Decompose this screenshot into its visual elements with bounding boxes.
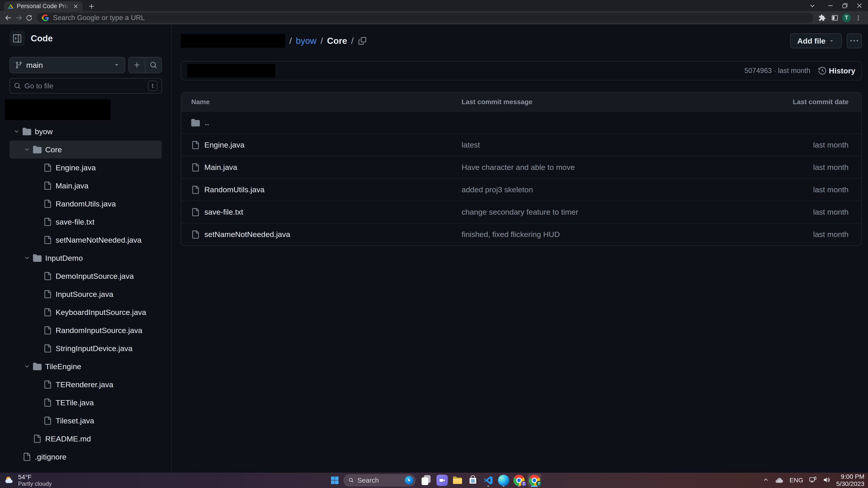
tree-item-stringinputdevice-java[interactable]: StringInputDevice.java	[9, 339, 162, 357]
taskbar-app-edge[interactable]	[497, 474, 510, 487]
back-icon[interactable]	[3, 13, 13, 23]
profile-avatar[interactable]: T	[842, 13, 851, 22]
taskbar-app-chat[interactable]	[435, 474, 449, 487]
tree-item-randomutils-java[interactable]: RandomUtils.java	[9, 195, 162, 213]
minimize-icon[interactable]	[823, 0, 838, 11]
go-to-file-input[interactable]: Go to file t	[9, 78, 162, 94]
taskbar-app-task-view[interactable]	[420, 474, 434, 487]
tree-item-randominputsource-java[interactable]: RandomInputSource.java	[9, 321, 162, 339]
tab-search-chevron-icon[interactable]	[805, 0, 819, 11]
branch-selector[interactable]: main	[9, 57, 125, 73]
files-sidebar: Code main	[0, 24, 172, 473]
tree-item-tileset-java[interactable]: Tileset.java	[9, 412, 162, 430]
browser-menu-kebab-icon[interactable]	[853, 13, 864, 23]
chevron-down-icon[interactable]	[13, 129, 23, 134]
file-name-link[interactable]: setNameNotNeeded.java	[204, 230, 290, 239]
history-button[interactable]: History	[818, 66, 855, 75]
file-name-link[interactable]: Engine.java	[204, 140, 245, 149]
tree-item-demoinputsource-java[interactable]: DemoInputSource.java	[9, 267, 162, 285]
taskbar-app-chrome-profile-2[interactable]: T	[528, 474, 541, 487]
taskbar-app-vscode[interactable]	[482, 474, 495, 487]
commit-message-link[interactable]: added proj3 skeleton	[462, 185, 717, 194]
table-row[interactable]: ..	[181, 111, 861, 133]
hidden-icons-chevron-icon[interactable]	[763, 477, 769, 484]
tree-item-setnamenotneeded-java[interactable]: setNameNotNeeded.java	[9, 231, 162, 249]
tree-item-engine-java[interactable]: Engine.java	[9, 159, 162, 177]
address-placeholder[interactable]: Search Google or type a URL	[53, 14, 145, 22]
search-icon	[348, 477, 354, 483]
more-options-kebab-icon[interactable]	[847, 33, 862, 48]
tree-item-core[interactable]: Core	[9, 140, 162, 159]
breadcrumb-parent-link[interactable]: byow	[296, 36, 316, 46]
new-file-plus-icon[interactable]	[129, 57, 145, 73]
collapse-sidebar-icon[interactable]	[9, 31, 25, 46]
commit-message-link[interactable]: latest	[462, 140, 717, 149]
tree-item-label: InputDemo	[45, 254, 83, 263]
tree-item--gitignore[interactable]: .gitignore	[9, 448, 162, 466]
file-icon	[43, 290, 56, 298]
tree-item-inputsource-java[interactable]: InputSource.java	[9, 285, 162, 303]
new-tab-button[interactable]	[87, 2, 96, 10]
extensions-puzzle-icon[interactable]	[817, 13, 827, 23]
chevron-down-icon[interactable]	[24, 147, 33, 153]
git-branch-icon	[15, 61, 23, 69]
chevron-down-icon[interactable]	[24, 255, 33, 261]
tree-item-tetile-java[interactable]: TETile.java	[9, 394, 162, 412]
browser-tab[interactable]: Personal Code Project - Google D	[4, 1, 83, 11]
weather-widget[interactable]: 54°F Partly cloudy	[4, 473, 52, 488]
taskbar-app-chrome-profile-1[interactable]: T	[512, 474, 526, 487]
bing-icon[interactable]	[405, 476, 413, 485]
commit-message-link[interactable]: Have character and able to move	[462, 163, 717, 172]
volume-icon[interactable]	[823, 476, 830, 485]
tree-item-inputdemo[interactable]: InputDemo	[9, 249, 162, 267]
file-name-link[interactable]: ..	[205, 118, 209, 127]
commit-message-link[interactable]: change secondary feature to timer	[462, 207, 717, 217]
tree-item-keyboardinputsource-java[interactable]: KeyboardInputSource.java	[9, 303, 162, 321]
file-name-link[interactable]: save-file.txt	[204, 207, 243, 217]
onedrive-icon[interactable]	[775, 477, 784, 484]
profile-badge: T	[521, 481, 527, 487]
tree-item-terenderer-java[interactable]: TERenderer.java	[9, 376, 162, 394]
commit-message-link[interactable]: finished, fixed flickering HUD	[462, 230, 717, 239]
folder-icon	[23, 127, 35, 136]
copy-path-icon[interactable]	[359, 37, 366, 45]
tree-item-readme-md[interactable]: README.md	[9, 430, 162, 448]
taskbar-search[interactable]: Search	[344, 475, 415, 486]
table-row[interactable]: RandomUtils.javaadded proj3 skeletonlast…	[181, 178, 861, 201]
side-panel-icon[interactable]	[830, 13, 840, 23]
weather-condition: Partly cloudy	[18, 481, 52, 487]
add-file-button[interactable]: Add file	[790, 33, 842, 48]
tree-item-main-java[interactable]: Main.java	[9, 177, 162, 195]
branch-name: main	[26, 61, 43, 70]
folder-icon	[33, 254, 45, 262]
table-row[interactable]: Engine.javalatestlast month	[181, 133, 861, 156]
file-name-link[interactable]: RandomUtils.java	[204, 185, 265, 194]
commit-meta[interactable]: 5074963 · last month	[745, 67, 810, 75]
table-row[interactable]: setNameNotNeeded.javafinished, fixed fli…	[181, 223, 861, 246]
tab-close-icon[interactable]	[72, 3, 79, 10]
taskbar-app-file-explorer[interactable]	[451, 474, 464, 487]
tree-item-byow[interactable]: byow	[9, 123, 162, 140]
close-window-icon[interactable]	[852, 0, 867, 11]
taskbar-clock[interactable]: 9:00 PM 5/30/2023	[836, 473, 864, 488]
tree-item-tileengine[interactable]: TileEngine	[9, 357, 162, 376]
tree-item-save-file-txt[interactable]: save-file.txt	[9, 213, 162, 231]
forward-icon[interactable]	[13, 13, 24, 23]
language-indicator[interactable]: ENG	[789, 477, 803, 484]
network-icon[interactable]	[809, 476, 817, 485]
table-row[interactable]: Main.javaHave character and able to move…	[181, 156, 861, 178]
tree-item-label: DemoInputSource.java	[56, 272, 134, 281]
file-name-link[interactable]: Main.java	[204, 163, 237, 172]
start-button-icon[interactable]	[328, 474, 341, 487]
breadcrumb-separator: /	[320, 36, 323, 46]
search-tree-icon[interactable]	[145, 57, 161, 73]
address-bar[interactable]: Search Google or type a URL	[37, 13, 813, 23]
files-table: Name Last commit message Last commit dat…	[181, 92, 862, 246]
taskbar-app-microsoft-store[interactable]	[466, 474, 480, 487]
commit-date: last month	[717, 140, 861, 149]
chevron-down-icon[interactable]	[24, 363, 33, 369]
reload-icon[interactable]	[24, 13, 34, 23]
chat-icon	[436, 475, 448, 486]
table-row[interactable]: save-file.txtchange secondary feature to…	[181, 201, 861, 223]
maximize-restore-icon[interactable]	[838, 0, 852, 11]
